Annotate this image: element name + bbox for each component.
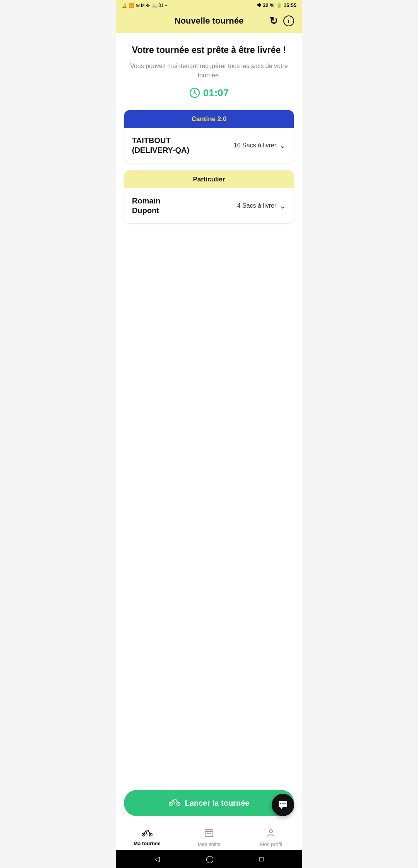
home-button[interactable]: ◯ [206, 855, 214, 863]
bike-icon [169, 798, 180, 808]
svg-rect-20 [210, 833, 211, 834]
calendar-nav-icon [204, 828, 214, 840]
time-display: 15:55 [284, 2, 296, 8]
clock-icon [189, 87, 200, 98]
chat-fab-button[interactable] [272, 794, 294, 816]
page-title: Nouvelle tournée [175, 16, 243, 26]
card-particulier-header: Particulier [124, 171, 294, 188]
main-content: Votre tournée est prête à être livrée ! … [116, 33, 302, 786]
card-particulier-sacs[interactable]: 4 Sacs à livrer ⌄ [237, 201, 286, 210]
card-cantine-sacs[interactable]: 10 Sacs à livrer ⌄ [234, 141, 286, 150]
bike-nav-icon [142, 829, 152, 839]
svg-point-5 [175, 799, 176, 800]
ready-title: Votre tournée est prête à être livrée ! [124, 44, 294, 56]
card-cantine-name: TAITBOUT(DELIVERY-QA) [132, 136, 189, 155]
status-bar: 🔔 📶 ✉ M ✤ 🚲 31 ··· ✱ 32 % 🔋 15:55 [116, 0, 302, 10]
nav-mes-shifts[interactable]: Mes shifts [194, 828, 224, 847]
svg-marker-7 [280, 807, 283, 809]
refresh-icon[interactable]: ↻ [269, 15, 278, 27]
status-left-icons: 🔔 📶 ✉ M ✤ 🚲 31 ··· [122, 3, 169, 8]
profile-nav-icon [266, 828, 276, 840]
nav-ma-tournee-label: Ma tournée [134, 841, 160, 846]
svg-rect-8 [280, 803, 281, 804]
status-right-icons: ✱ 32 % 🔋 15:55 [257, 2, 296, 8]
card-particulier-label: Particulier [193, 176, 225, 183]
card-cantine-header: Cantine 2.0 [124, 110, 294, 128]
chat-icon [278, 800, 288, 810]
card-cantine-label: Cantine 2.0 [192, 115, 227, 123]
card-cantine-sacs-label: 10 Sacs à livrer [234, 142, 276, 149]
launch-button[interactable]: Lancer la tournée [124, 790, 294, 816]
bottom-nav: Ma tournée Mes shifts Mon profil [116, 824, 302, 850]
nav-mon-profil-label: Mon profil [260, 841, 282, 847]
header-action-icons: ↻ i [269, 15, 294, 27]
svg-rect-18 [207, 833, 208, 834]
battery-icon: 🔋 [276, 2, 282, 8]
svg-line-2 [195, 93, 197, 94]
nav-ma-tournee[interactable]: Ma tournée [132, 829, 163, 846]
svg-rect-19 [209, 833, 210, 834]
back-button[interactable]: ◁ [154, 855, 160, 863]
svg-rect-10 [284, 803, 286, 804]
svg-rect-9 [283, 803, 284, 804]
launch-button-label: Lancer la tournée [185, 799, 250, 808]
chevron-down-icon-2: ⌄ [279, 201, 286, 210]
timer-value: 01:07 [203, 87, 229, 99]
card-cantine: Cantine 2.0 TAITBOUT(DELIVERY-QA) 10 Sac… [124, 110, 294, 163]
chevron-down-icon: ⌄ [279, 141, 286, 150]
recents-button[interactable]: □ [259, 855, 264, 863]
launch-area: Lancer la tournée [116, 786, 302, 824]
card-particulier-sacs-label: 4 Sacs à livrer [237, 202, 276, 209]
svg-point-13 [148, 830, 149, 831]
svg-point-21 [269, 830, 272, 833]
card-particulier-body[interactable]: RomainDupont 4 Sacs à livrer ⌄ [124, 188, 294, 223]
card-particulier: Particulier RomainDupont 4 Sacs à livrer… [124, 170, 294, 224]
ready-subtitle: Vous pouvez maintenant récupérer tous le… [124, 62, 294, 80]
android-nav-bar: ◁ ◯ □ [116, 850, 302, 868]
status-icons: 🔔 📶 ✉ M ✤ 🚲 31 ··· [122, 3, 169, 8]
battery-text: 32 % [263, 2, 274, 8]
bluetooth-icon: ✱ [257, 2, 261, 8]
info-icon[interactable]: i [283, 15, 294, 26]
card-cantine-body[interactable]: TAITBOUT(DELIVERY-QA) 10 Sacs à livrer ⌄ [124, 128, 294, 163]
nav-mes-shifts-label: Mes shifts [198, 841, 221, 847]
header: Nouvelle tournée ↻ i [116, 10, 302, 33]
nav-mon-profil[interactable]: Mon profil [255, 828, 286, 847]
timer-display: 01:07 [124, 87, 294, 99]
card-particulier-name: RomainDupont [132, 196, 160, 215]
